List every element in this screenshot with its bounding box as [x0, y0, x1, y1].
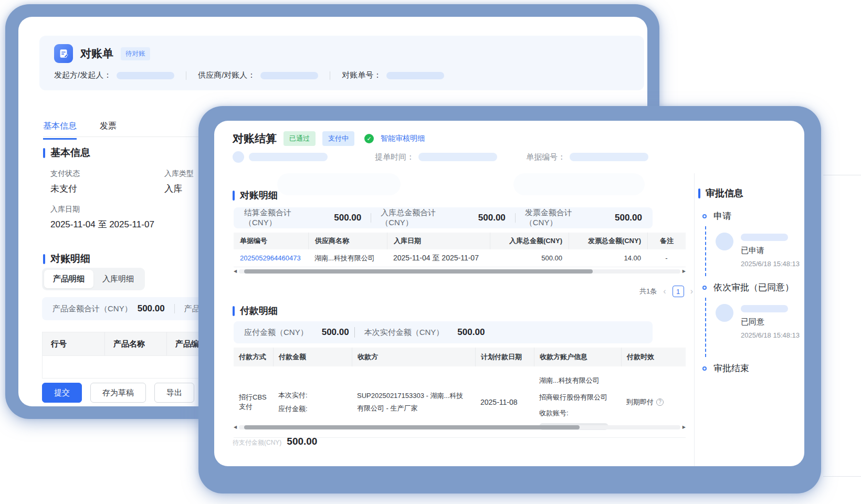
col-line-no: 行号	[43, 332, 104, 355]
scrollbar-thumb[interactable]	[244, 425, 580, 429]
segment-inbound-detail[interactable]: 入库明细	[93, 270, 143, 288]
ghost-pill	[277, 173, 401, 195]
submit-time-skeleton	[418, 153, 497, 161]
account-bank: 招商银行股份有限公司	[539, 393, 616, 402]
segment-product-detail[interactable]: 产品明细	[44, 270, 93, 288]
statement-no-label: 对账单号：	[342, 70, 381, 80]
timeline-node-icon	[702, 366, 707, 371]
approval-panel: 审批信息 申请 已申请 2025/6/18 15:48:13 依次	[698, 187, 801, 374]
timeline-node-icon	[702, 214, 707, 218]
step-review-time: 2025/6/18 15:48:13	[741, 331, 800, 339]
col-payee: 收款方	[352, 348, 475, 366]
approval-section-title: 审批信息	[706, 187, 743, 200]
scroll-right-icon[interactable]: ▶	[682, 269, 686, 274]
approver-skeleton	[741, 305, 788, 312]
supplier-value-skeleton	[260, 72, 318, 79]
step-review-status: 已同意	[741, 317, 800, 327]
scroll-right-icon[interactable]: ▶	[682, 425, 686, 430]
scrollbar-thumb[interactable]	[244, 269, 593, 274]
product-total-label: 产品金额合计（CNY）	[52, 304, 132, 314]
avatar	[716, 233, 733, 250]
summary-divider	[174, 304, 175, 313]
pending-amount-label: 待支付金额(CNY)	[233, 438, 281, 447]
scrollbar-track[interactable]	[239, 425, 680, 429]
scroll-left-icon[interactable]: ◀	[234, 425, 237, 430]
inbound-amount-cell: 500.00	[490, 254, 569, 262]
inbound-date-label: 入库日期	[50, 205, 154, 214]
submitter-skeleton	[249, 153, 328, 161]
table-row: 2025052964460473 湖南...科技有限公司 2025-11-04 …	[234, 249, 686, 267]
doc-no-link[interactable]: 2025052964460473	[240, 254, 301, 262]
initiator-label: 发起方/发起人：	[54, 70, 111, 80]
recon-table-scrollbar[interactable]: ◀ ▶	[234, 269, 686, 274]
payment-section-title: 付款明细	[240, 304, 278, 317]
col-plan-date: 计划付款日期	[475, 348, 534, 366]
plan-date-cell: 2025-11-08	[475, 374, 534, 430]
pay-amount-line1: 本次实付:	[278, 391, 346, 400]
smart-audit-link[interactable]: 智能审核明细	[381, 134, 425, 143]
actual-pay-value: 500.00	[457, 327, 485, 338]
remark-cell: -	[647, 254, 686, 262]
supplier-field: 供应商/对账人：	[198, 70, 318, 80]
summary-divider	[371, 213, 371, 223]
section-bar	[43, 148, 45, 158]
step-review-label: 依次审批（已同意）	[713, 281, 794, 293]
scrollbar-track[interactable]	[239, 269, 680, 274]
question-circle-icon[interactable]: ?	[656, 398, 664, 406]
section-bar	[43, 254, 45, 264]
submit-time-label: 提单时间：	[375, 152, 414, 162]
col-product-name: 产品名称	[104, 332, 166, 355]
recon-detail-table: 单据编号 供应商名称 入库日期 入库总金额(CNY) 发票总金额(CNY) 备注…	[234, 233, 686, 267]
section-bar	[233, 191, 235, 201]
payment-table-scrollbar[interactable]: ◀ ▶	[234, 425, 686, 430]
account-company: 湖南...科技有限公司	[539, 376, 616, 385]
page-title: 对账单	[80, 46, 113, 61]
scroll-left-icon[interactable]: ◀	[234, 269, 237, 274]
col-invoice-amount: 发票总金额(CNY)	[569, 233, 647, 249]
actual-pay-label: 本次实付金额（CNY）	[364, 328, 444, 338]
summary-divider	[515, 213, 516, 223]
invoice-amount-cell: 14.00	[569, 254, 647, 262]
payable-value: 500.00	[322, 327, 349, 338]
ghost-pill	[513, 173, 645, 195]
page-number[interactable]: 1	[673, 286, 684, 297]
col-supplier: 供应商名称	[308, 233, 387, 249]
basic-info-section-title: 基本信息	[50, 146, 90, 160]
paying-badge: 支付中	[322, 131, 354, 146]
reconciliation-doc-icon	[54, 44, 73, 63]
doc-no-label: 单据编号：	[526, 152, 565, 162]
timeline-node-icon	[702, 286, 707, 290]
export-button[interactable]: 导出	[154, 383, 194, 403]
statement-no-field: 对账单号：	[342, 70, 444, 80]
payable-label: 应付金额（CNY）	[244, 328, 308, 338]
supplier-label: 供应商/对账人：	[198, 70, 255, 80]
initiator-field: 发起方/发起人：	[54, 70, 174, 80]
prev-page-icon[interactable]: ‹	[663, 287, 666, 296]
col-inbound-amount: 入库总金额(CNY)	[490, 233, 569, 249]
inbound-total-value: 500.00	[478, 213, 506, 223]
field-divider	[186, 71, 186, 80]
settle-total-label: 结算金额合计（CNY）	[244, 208, 320, 228]
pending-amount-value: 500.00	[287, 436, 317, 447]
payee-cell: SUP20250217153303 - 湖南...科技有限公司 - 生产厂家	[352, 374, 475, 430]
submit-button[interactable]: 提交	[42, 383, 82, 403]
invoice-total-label: 发票金额合计（CNY）	[525, 208, 601, 228]
field-divider	[330, 71, 330, 80]
avatar	[716, 304, 733, 322]
pay-status-label: 支付状态	[50, 169, 80, 178]
invoice-total-value: 500.00	[615, 213, 642, 223]
recon-section-title: 对账明细	[240, 189, 278, 202]
save-draft-button[interactable]: 存为草稿	[90, 383, 146, 403]
pay-amount-line2: 应付金额:	[278, 404, 346, 414]
step-apply-time: 2025/6/18 15:48:13	[741, 260, 800, 268]
settle-total-value: 500.00	[334, 213, 361, 223]
col-remark: 备注	[647, 233, 686, 249]
account-no-label: 收款账号:	[539, 408, 616, 418]
recon-detail-section-title: 对账明细	[50, 252, 90, 266]
section-bar	[698, 188, 700, 198]
pay-amount-cell: 本次实付: 应付金额:	[273, 374, 352, 430]
next-page-icon[interactable]: ›	[690, 287, 693, 296]
section-bar	[233, 306, 235, 316]
inbound-type-value: 入库	[164, 183, 194, 195]
pay-status-value: 未支付	[50, 183, 80, 195]
